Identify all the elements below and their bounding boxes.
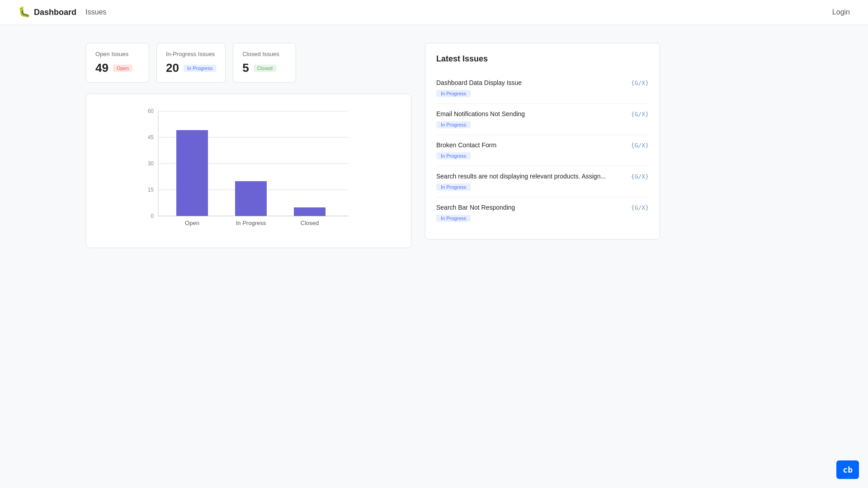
issue-item-header: Broken Contact Form {G/X} bbox=[436, 141, 649, 149]
issue-status-badge: In Progress bbox=[436, 152, 471, 160]
closed-issues-title: Closed Issues bbox=[242, 51, 287, 57]
open-bar bbox=[176, 130, 208, 216]
issue-item-header: Search results are not displaying releva… bbox=[436, 173, 649, 180]
issue-icon: {G/X} bbox=[631, 173, 649, 180]
svg-text:15: 15 bbox=[148, 187, 154, 193]
issue-title: Broken Contact Form bbox=[436, 141, 496, 149]
issue-icon: {G/X} bbox=[631, 204, 649, 211]
inprogress-badge: In Progress bbox=[184, 65, 216, 72]
chart-area: 0 15 30 45 60 bbox=[97, 103, 400, 239]
navbar-left: 🐛 Dashboard Issues bbox=[18, 6, 106, 18]
issue-status-badge: In Progress bbox=[436, 121, 471, 128]
closed-bar bbox=[294, 207, 326, 216]
issue-title: Search Bar Not Responding bbox=[436, 204, 515, 211]
closed-issues-value-row: 5 Closed bbox=[242, 61, 287, 75]
issue-item: Search Bar Not Responding {G/X} In Progr… bbox=[436, 197, 649, 228]
issue-item: Email Notifications Not Sending {G/X} In… bbox=[436, 104, 649, 135]
issue-title: Dashboard Data Display Issue bbox=[436, 79, 522, 86]
inprogress-issues-value-row: 20 In Progress bbox=[166, 61, 216, 75]
right-panel: Latest Issues Dashboard Data Display Iss… bbox=[425, 43, 660, 248]
svg-text:30: 30 bbox=[148, 160, 154, 167]
left-panel: Open Issues 49 Open In-Progress Issues 2… bbox=[86, 43, 411, 248]
svg-text:0: 0 bbox=[151, 213, 154, 219]
svg-text:In Progress: In Progress bbox=[236, 220, 266, 226]
brand-link[interactable]: 🐛 Dashboard bbox=[18, 6, 76, 18]
inprogress-bar bbox=[235, 181, 267, 216]
closed-issues-count: 5 bbox=[242, 61, 249, 75]
closed-badge: Closed bbox=[254, 65, 276, 72]
svg-text:45: 45 bbox=[148, 134, 154, 141]
issue-status-badge: In Progress bbox=[436, 183, 471, 191]
brand-label: Dashboard bbox=[34, 8, 76, 17]
inprogress-issues-card: In-Progress Issues 20 In Progress bbox=[156, 43, 226, 83]
issue-icon: {G/X} bbox=[631, 142, 649, 149]
issue-status-badge: In Progress bbox=[436, 215, 471, 222]
chart-card: 0 15 30 45 60 bbox=[86, 94, 411, 248]
issue-icon: {G/X} bbox=[631, 111, 649, 117]
latest-issues-title: Latest Issues bbox=[436, 54, 649, 64]
open-badge: Open bbox=[113, 65, 132, 72]
svg-text:Open: Open bbox=[185, 220, 199, 226]
inprogress-issues-title: In-Progress Issues bbox=[166, 51, 216, 57]
issue-icon: {G/X} bbox=[631, 80, 649, 86]
issue-title: Search results are not displaying releva… bbox=[436, 173, 606, 180]
issue-item: Broken Contact Form {G/X} In Progress bbox=[436, 135, 649, 166]
bar-chart: 0 15 30 45 60 bbox=[97, 103, 400, 239]
open-issues-value-row: 49 Open bbox=[95, 61, 140, 75]
open-issues-title: Open Issues bbox=[95, 51, 140, 57]
cb-badge: cb bbox=[836, 460, 859, 479]
open-issues-card: Open Issues 49 Open bbox=[86, 43, 149, 83]
navbar: 🐛 Dashboard Issues Login bbox=[0, 0, 868, 25]
svg-text:60: 60 bbox=[148, 108, 154, 114]
issue-item-header: Dashboard Data Display Issue {G/X} bbox=[436, 79, 649, 86]
open-issues-count: 49 bbox=[95, 61, 108, 75]
svg-text:Closed: Closed bbox=[301, 220, 319, 226]
stat-cards: Open Issues 49 Open In-Progress Issues 2… bbox=[86, 43, 411, 83]
issue-status-badge: In Progress bbox=[436, 90, 471, 97]
issue-item-header: Search Bar Not Responding {G/X} bbox=[436, 204, 649, 211]
issue-item: Dashboard Data Display Issue {G/X} In Pr… bbox=[436, 73, 649, 104]
bug-icon: 🐛 bbox=[18, 6, 30, 18]
main-content: Open Issues 49 Open In-Progress Issues 2… bbox=[0, 25, 868, 266]
issue-item: Search results are not displaying releva… bbox=[436, 166, 649, 197]
inprogress-issues-count: 20 bbox=[166, 61, 179, 75]
issues-nav-link[interactable]: Issues bbox=[85, 8, 106, 16]
issue-title: Email Notifications Not Sending bbox=[436, 110, 525, 117]
closed-issues-card: Closed Issues 5 Closed bbox=[233, 43, 296, 83]
login-button[interactable]: Login bbox=[832, 8, 850, 16]
issue-item-header: Email Notifications Not Sending {G/X} bbox=[436, 110, 649, 117]
latest-issues-card: Latest Issues Dashboard Data Display Iss… bbox=[425, 43, 660, 239]
